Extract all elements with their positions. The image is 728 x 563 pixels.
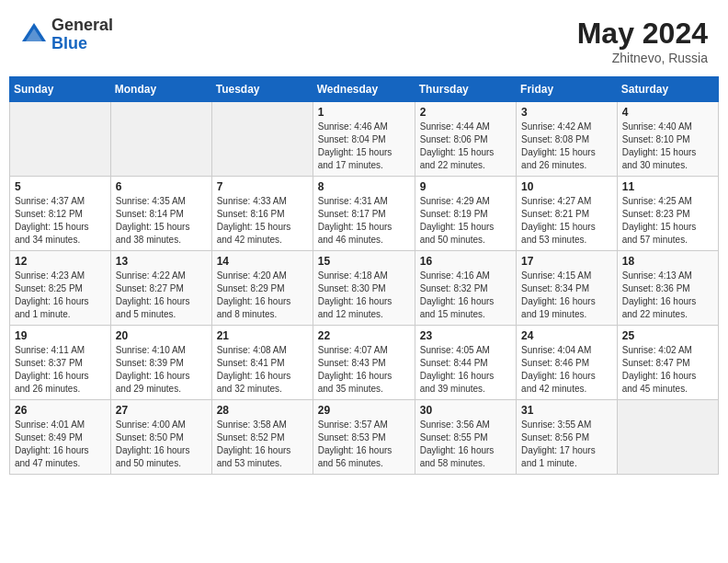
day-number: 25 (622, 329, 713, 342)
day-info: Sunrise: 4:37 AMSunset: 8:12 PMDaylight:… (15, 195, 106, 247)
day-cell: 25Sunrise: 4:02 AMSunset: 8:47 PMDayligh… (617, 326, 718, 400)
day-number: 22 (318, 329, 410, 342)
day-number: 3 (521, 106, 612, 119)
weekday-header-saturday: Saturday (617, 77, 718, 102)
day-info: Sunrise: 3:55 AMSunset: 8:56 PMDaylight:… (521, 419, 612, 470)
day-number: 15 (318, 255, 410, 268)
week-row-4: 19Sunrise: 4:11 AMSunset: 8:37 PMDayligh… (10, 326, 719, 400)
weekday-header-wednesday: Wednesday (313, 77, 415, 102)
day-cell: 13Sunrise: 4:22 AMSunset: 8:27 PMDayligh… (110, 251, 211, 326)
weekday-header-monday: Monday (110, 77, 211, 102)
week-row-1: 1Sunrise: 4:46 AMSunset: 8:04 PMDaylight… (10, 102, 719, 177)
logo-text: General Blue (51, 17, 113, 53)
day-number: 9 (420, 180, 511, 193)
page-header: General Blue May 2024 Zhitnevo, Russia (9, 9, 719, 76)
logo-general: General (51, 17, 113, 35)
logo-icon (20, 21, 48, 49)
location-subtitle: Zhitnevo, Russia (577, 51, 708, 65)
day-cell: 3Sunrise: 4:42 AMSunset: 8:08 PMDaylight… (517, 102, 618, 177)
day-number: 31 (521, 404, 612, 417)
day-info: Sunrise: 4:05 AMSunset: 8:44 PMDaylight:… (420, 344, 511, 396)
logo-blue: Blue (51, 35, 113, 53)
day-number: 7 (217, 180, 308, 193)
day-cell (211, 102, 313, 177)
weekday-header-sunday: Sunday (10, 77, 111, 102)
day-number: 21 (217, 329, 308, 342)
day-number: 10 (521, 180, 612, 193)
day-info: Sunrise: 4:20 AMSunset: 8:29 PMDaylight:… (217, 270, 308, 321)
day-cell (10, 102, 111, 177)
day-number: 26 (15, 404, 106, 417)
day-info: Sunrise: 4:33 AMSunset: 8:16 PMDaylight:… (217, 195, 308, 247)
day-cell: 5Sunrise: 4:37 AMSunset: 8:12 PMDaylight… (10, 177, 111, 251)
day-info: Sunrise: 4:46 AMSunset: 8:04 PMDaylight:… (318, 121, 410, 172)
day-info: Sunrise: 4:23 AMSunset: 8:25 PMDaylight:… (15, 270, 106, 321)
logo: General Blue (20, 17, 113, 53)
day-cell: 17Sunrise: 4:15 AMSunset: 8:34 PMDayligh… (517, 251, 618, 326)
day-number: 14 (217, 255, 308, 268)
day-cell: 1Sunrise: 4:46 AMSunset: 8:04 PMDaylight… (313, 102, 415, 177)
title-block: May 2024 Zhitnevo, Russia (577, 17, 708, 65)
day-cell: 8Sunrise: 4:31 AMSunset: 8:17 PMDaylight… (313, 177, 415, 251)
day-cell: 19Sunrise: 4:11 AMSunset: 8:37 PMDayligh… (10, 326, 111, 400)
day-number: 17 (521, 255, 612, 268)
day-info: Sunrise: 4:01 AMSunset: 8:49 PMDaylight:… (15, 419, 106, 470)
day-number: 16 (420, 255, 511, 268)
day-info: Sunrise: 4:04 AMSunset: 8:46 PMDaylight:… (521, 344, 612, 396)
day-cell: 14Sunrise: 4:20 AMSunset: 8:29 PMDayligh… (211, 251, 313, 326)
day-cell: 30Sunrise: 3:56 AMSunset: 8:55 PMDayligh… (415, 400, 516, 475)
day-cell: 12Sunrise: 4:23 AMSunset: 8:25 PMDayligh… (10, 251, 111, 326)
day-cell: 20Sunrise: 4:10 AMSunset: 8:39 PMDayligh… (110, 326, 211, 400)
day-cell (617, 400, 718, 475)
day-info: Sunrise: 4:10 AMSunset: 8:39 PMDaylight:… (116, 344, 207, 396)
day-cell: 16Sunrise: 4:16 AMSunset: 8:32 PMDayligh… (415, 251, 516, 326)
day-info: Sunrise: 4:18 AMSunset: 8:30 PMDaylight:… (318, 270, 410, 321)
month-year-title: May 2024 (577, 17, 708, 51)
day-number: 27 (116, 404, 207, 417)
day-cell: 27Sunrise: 4:00 AMSunset: 8:50 PMDayligh… (110, 400, 211, 475)
week-row-3: 12Sunrise: 4:23 AMSunset: 8:25 PMDayligh… (10, 251, 719, 326)
day-cell: 10Sunrise: 4:27 AMSunset: 8:21 PMDayligh… (517, 177, 618, 251)
day-cell: 22Sunrise: 4:07 AMSunset: 8:43 PMDayligh… (313, 326, 415, 400)
day-number: 19 (15, 329, 106, 342)
day-info: Sunrise: 4:44 AMSunset: 8:06 PMDaylight:… (420, 121, 511, 172)
day-info: Sunrise: 3:56 AMSunset: 8:55 PMDaylight:… (420, 419, 511, 470)
day-info: Sunrise: 4:42 AMSunset: 8:08 PMDaylight:… (521, 121, 612, 172)
calendar-table: SundayMondayTuesdayWednesdayThursdayFrid… (9, 76, 719, 475)
day-cell: 26Sunrise: 4:01 AMSunset: 8:49 PMDayligh… (10, 400, 111, 475)
day-info: Sunrise: 4:13 AMSunset: 8:36 PMDaylight:… (622, 270, 713, 321)
day-cell: 21Sunrise: 4:08 AMSunset: 8:41 PMDayligh… (211, 326, 313, 400)
day-number: 13 (116, 255, 207, 268)
weekday-header-row: SundayMondayTuesdayWednesdayThursdayFrid… (10, 77, 719, 102)
day-number: 4 (622, 106, 713, 119)
day-info: Sunrise: 4:02 AMSunset: 8:47 PMDaylight:… (622, 344, 713, 396)
day-cell: 6Sunrise: 4:35 AMSunset: 8:14 PMDaylight… (110, 177, 211, 251)
day-info: Sunrise: 4:25 AMSunset: 8:23 PMDaylight:… (622, 195, 713, 247)
day-info: Sunrise: 4:29 AMSunset: 8:19 PMDaylight:… (420, 195, 511, 247)
day-cell (110, 102, 211, 177)
day-number: 6 (116, 180, 207, 193)
day-info: Sunrise: 4:31 AMSunset: 8:17 PMDaylight:… (318, 195, 410, 247)
day-cell: 18Sunrise: 4:13 AMSunset: 8:36 PMDayligh… (617, 251, 718, 326)
week-row-5: 26Sunrise: 4:01 AMSunset: 8:49 PMDayligh… (10, 400, 719, 475)
day-info: Sunrise: 4:15 AMSunset: 8:34 PMDaylight:… (521, 270, 612, 321)
day-number: 8 (318, 180, 410, 193)
day-cell: 9Sunrise: 4:29 AMSunset: 8:19 PMDaylight… (415, 177, 516, 251)
day-info: Sunrise: 4:00 AMSunset: 8:50 PMDaylight:… (116, 419, 207, 470)
day-cell: 2Sunrise: 4:44 AMSunset: 8:06 PMDaylight… (415, 102, 516, 177)
day-info: Sunrise: 4:22 AMSunset: 8:27 PMDaylight:… (116, 270, 207, 321)
day-cell: 29Sunrise: 3:57 AMSunset: 8:53 PMDayligh… (313, 400, 415, 475)
day-number: 5 (15, 180, 106, 193)
day-number: 23 (420, 329, 511, 342)
day-info: Sunrise: 4:11 AMSunset: 8:37 PMDaylight:… (15, 344, 106, 396)
day-number: 1 (318, 106, 410, 119)
day-cell: 31Sunrise: 3:55 AMSunset: 8:56 PMDayligh… (517, 400, 618, 475)
day-number: 11 (622, 180, 713, 193)
day-info: Sunrise: 4:35 AMSunset: 8:14 PMDaylight:… (116, 195, 207, 247)
day-info: Sunrise: 4:40 AMSunset: 8:10 PMDaylight:… (622, 121, 713, 172)
day-cell: 7Sunrise: 4:33 AMSunset: 8:16 PMDaylight… (211, 177, 313, 251)
weekday-header-thursday: Thursday (415, 77, 516, 102)
day-number: 12 (15, 255, 106, 268)
day-cell: 15Sunrise: 4:18 AMSunset: 8:30 PMDayligh… (313, 251, 415, 326)
day-cell: 28Sunrise: 3:58 AMSunset: 8:52 PMDayligh… (211, 400, 313, 475)
